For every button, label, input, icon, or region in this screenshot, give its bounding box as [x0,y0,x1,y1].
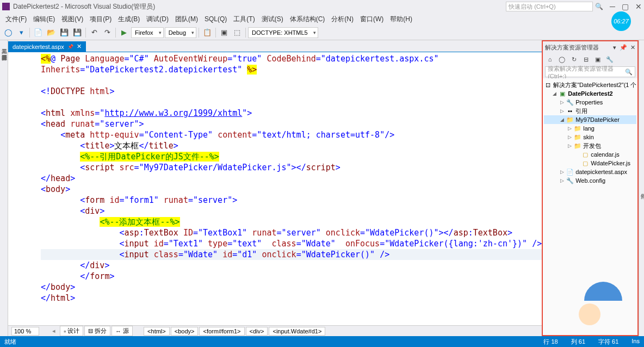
code-line[interactable]: <div> [41,206,542,216]
toolbar-btn-2[interactable]: ▣ [218,27,230,39]
se-back-button[interactable]: ◯ [557,54,567,64]
code-line[interactable]: <title>文本框</title> [41,140,542,151]
search-icon: 🔍 [625,69,633,76]
code-line[interactable]: <head runat="server"> [41,119,542,129]
toolbar-btn-3[interactable]: ⬚ [231,27,243,39]
code-editor[interactable]: <%@ Page Language="C#" AutoEventWireup="… [8,52,542,325]
close-panel-icon[interactable]: ✕ [630,44,635,51]
breadcrumb-item[interactable]: <div> [246,327,268,336]
tab-datepickertest[interactable]: datepickertest.aspx 📌 ✕ [8,41,86,52]
menu-item[interactable]: 团队(M) [172,14,201,24]
menu-item[interactable]: 生成(B) [115,14,143,24]
code-line[interactable] [41,75,542,86]
tab-close-icon[interactable]: ✕ [77,43,82,50]
maximize-button[interactable]: ▢ [622,2,629,11]
nav-back-button[interactable]: ◯ [2,27,14,39]
code-line[interactable]: <input class="Wdate" id="d1" onclick="Wd… [41,249,542,260]
pin-icon[interactable]: 📌 [620,44,627,51]
status-char: 字符 61 [598,338,618,346]
menu-item[interactable]: SQL(Q) [201,14,230,24]
design-tab[interactable]: ▫设计 [60,326,83,336]
se-search-input[interactable]: 搜索解决方案资源管理器(Ctrl+;) 🔍 [545,66,635,77]
folder-skin-node[interactable]: ▷📁skin [544,133,636,141]
code-line[interactable]: <form id="form1" runat="server"> [41,195,542,206]
start-debug-button[interactable]: ▶ [118,27,130,39]
code-line[interactable]: <asp:TextBox ID="TextBox1" runat="server… [41,227,542,238]
menu-item[interactable]: 帮助(H) [387,14,416,24]
breadcrumb-item[interactable]: <html> [144,327,170,336]
file-wdate-node[interactable]: ▢WdatePicker.js [544,159,636,168]
undo-button[interactable]: ↶ [88,27,100,39]
save-button[interactable]: 💾 [58,27,70,39]
se-refresh-button[interactable]: ↻ [569,54,579,64]
code-line[interactable]: <input id="Text1" type="text" class="Wda… [41,238,542,249]
menu-item[interactable]: 文件(F) [2,14,30,24]
doctype-dropdown[interactable]: DOCTYPE: XHTML5 [248,27,318,38]
status-ready: 就绪 [4,338,16,346]
breadcrumb-item[interactable]: <body> [171,327,199,336]
folder-devpack-node[interactable]: ▷📁开发包 [544,141,636,150]
code-line[interactable]: <%@ Page Language="C#" AutoEventWireup="… [41,53,542,64]
menu-item[interactable]: 编辑(E) [30,14,58,24]
config-dropdown[interactable]: Debug [165,27,196,38]
menu-item[interactable]: 窗口(W) [357,14,387,24]
source-tab[interactable]: ↔源 [112,326,133,336]
menu-item[interactable]: 调试(D) [143,14,172,24]
code-line[interactable]: <html xmlns="http://www.w3.org/1999/xhtm… [41,108,542,119]
solution-tree: ⊡解决方案"DatePickertest2"(1 个 ◢▣DatePickert… [543,78,637,335]
code-line[interactable]: <%--引用DatePicker的JS文件--%> [41,151,542,162]
breadcrumb-item[interactable]: <form#form1> [199,327,244,336]
right-tool-rail[interactable]: 属性 [639,40,644,336]
menu-item[interactable]: 视图(V) [58,14,86,24]
se-collapse-button[interactable]: ⊟ [581,54,591,64]
se-properties-button[interactable]: 🔧 [605,54,615,64]
folder-my97-node[interactable]: ◢📁My97DatePicker [544,115,636,124]
tab-strip: datepickertest.aspx 📌 ✕ [8,40,542,52]
menu-item[interactable]: 项目(P) [86,14,115,24]
code-line[interactable]: </div> [41,260,542,271]
code-line[interactable]: <%--添加文本框--%> [41,216,542,227]
code-line[interactable] [41,97,542,108]
open-button[interactable]: 📂 [45,27,57,39]
close-button[interactable]: ✕ [635,2,642,11]
menu-item[interactable]: 工具(T) [230,14,258,24]
split-tab[interactable]: ⊟拆分 [84,326,110,336]
code-line[interactable]: </body> [41,282,542,293]
zoom-dropdown[interactable]: 100 % [11,327,39,336]
tab-label: datepickertest.aspx [13,44,64,50]
file-calendar-node[interactable]: ▢calendar.js [544,150,636,159]
solution-node[interactable]: ⊡解决方案"DatePickertest2"(1 个 [544,80,636,89]
search-icon[interactable]: 🔍 [595,3,603,10]
se-home-button[interactable]: ⌂ [545,54,555,64]
references-node[interactable]: ▷▪▪引用 [544,107,636,115]
code-line[interactable]: </form> [41,271,542,282]
file-webconfig-node[interactable]: ▷🔧Web.config [544,176,636,185]
left-tool-rail[interactable]: 工具箱 服务器资源管理器 [0,40,8,336]
browser-dropdown[interactable]: Firefox [131,27,164,38]
se-show-all-button[interactable]: ▣ [593,54,603,64]
pin-icon[interactable]: 📌 [67,44,73,49]
code-line[interactable]: </head> [41,173,542,184]
file-aspx-node[interactable]: ▷📄datepickertest.aspx [544,168,636,176]
code-line[interactable]: Inherits="DatePickertest2.datepickertest… [41,64,542,75]
folder-lang-node[interactable]: ▷📁lang [544,124,636,133]
code-line[interactable]: <body> [41,184,542,195]
new-project-button[interactable]: 📄 [32,27,44,39]
quick-launch-input[interactable]: 快速启动 (Ctrl+Q) [506,2,593,11]
nav-forward-button[interactable]: ▾ [15,27,27,39]
menu-item[interactable]: 体系结构(C) [287,14,329,24]
menu-item[interactable]: 测试(S) [258,14,287,24]
save-all-button[interactable]: 💾 [71,27,83,39]
toolbar-btn-1[interactable]: 📋 [201,27,213,39]
redo-button[interactable]: ↷ [101,27,113,39]
dropdown-icon[interactable]: ▾ [613,44,616,51]
breadcrumb-item[interactable]: <input.Wdate#d1> [269,327,325,336]
menu-item[interactable]: 分析(N) [328,14,357,24]
code-line[interactable]: <!DOCTYPE html> [41,86,542,97]
code-line[interactable]: <meta http-equiv="Content-Type" content=… [41,129,542,140]
properties-node[interactable]: ▷🔧Properties [544,98,636,107]
code-line[interactable]: </html> [41,293,542,303]
minimize-button[interactable]: ─ [610,2,615,11]
code-line[interactable]: <script src="My97DatePicker/WdatePicker.… [41,162,542,173]
project-node[interactable]: ◢▣DatePickertest2 [544,89,636,98]
